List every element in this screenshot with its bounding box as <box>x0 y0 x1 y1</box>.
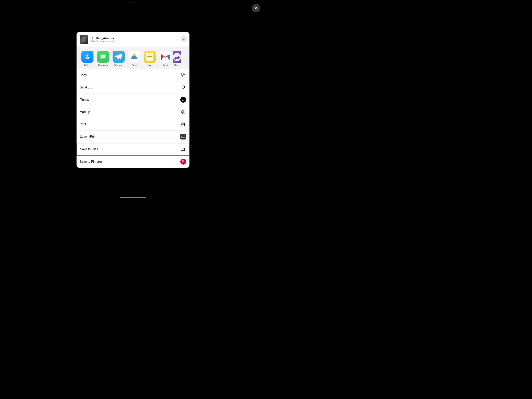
svg-point-24 <box>184 136 184 137</box>
svg-rect-15 <box>183 75 185 77</box>
drive-icon <box>128 51 140 63</box>
app-icon-drive[interactable]: Drive <box>126 51 142 66</box>
app-icons-row: AirDrop Messages <box>76 47 190 69</box>
app-icon-airdrop[interactable]: AirDrop <box>80 51 95 66</box>
action-send-to[interactable]: Send to... <box>76 81 190 94</box>
action-copy[interactable]: Copy <box>76 69 190 81</box>
global-close-button[interactable] <box>252 4 260 13</box>
svg-point-7 <box>102 56 102 57</box>
airdrop-label: AirDrop <box>84 64 91 66</box>
notes-icon <box>144 51 156 63</box>
messages-icon <box>97 51 109 63</box>
app-icon-notes[interactable]: Notes <box>142 51 158 66</box>
file-name: Untitled_Artwork <box>90 36 114 40</box>
action-save-to-files[interactable]: Save to Files <box>76 143 190 156</box>
file-type: PDF Document <box>90 40 107 43</box>
svg-rect-19 <box>182 125 184 126</box>
home-indicator <box>120 197 146 198</box>
app-icon-messages[interactable]: Messages <box>95 51 111 66</box>
svg-text:EPSON: EPSON <box>182 137 184 138</box>
drive-label: Drive <box>132 64 137 66</box>
svg-point-18 <box>182 110 185 114</box>
notes-label: Notes <box>147 64 153 66</box>
top-dots <box>131 2 136 3</box>
svg-rect-22 <box>182 135 184 136</box>
itunes-icon <box>180 97 186 103</box>
gmail-label: Gmail <box>163 64 168 66</box>
svg-point-9 <box>104 56 105 57</box>
svg-point-8 <box>103 56 103 57</box>
markup-label: Markup <box>80 110 90 114</box>
telegram-label: Telegram <box>114 64 123 66</box>
pinterest-icon: P <box>180 159 186 165</box>
svg-point-20 <box>184 124 185 125</box>
file-meta: PDF Document · 8 MB <box>90 40 114 43</box>
app-icon-messenger[interactable]: Mes... <box>173 51 181 66</box>
send-to-icon <box>180 84 186 90</box>
messages-label: Messages <box>98 64 108 66</box>
print-icon <box>180 121 186 127</box>
action-print[interactable]: Print <box>76 118 190 130</box>
action-list: Copy Send to... iTunes <box>76 69 190 168</box>
itunes-label: iTunes <box>80 98 89 102</box>
svg-point-16 <box>183 86 184 87</box>
app-icon-telegram[interactable]: Telegram <box>111 51 126 66</box>
copy-label: Copy <box>80 73 87 77</box>
epson-icon: EPSON <box>180 134 186 140</box>
action-itunes[interactable]: iTunes <box>76 94 190 106</box>
file-info: Untitled_Artwork PDF Document · 8 MB <box>90 36 114 43</box>
copy-icon <box>180 72 186 78</box>
airdrop-icon <box>81 51 94 63</box>
markup-icon <box>180 109 186 115</box>
messenger-label: Mes... <box>174 64 180 66</box>
files-icon <box>180 146 186 152</box>
epson-iprint-label: Epson iPrint <box>80 135 96 138</box>
save-to-pinterest-label: Save to Pinterest <box>80 160 103 163</box>
gmail-icon <box>159 51 171 63</box>
print-label: Print <box>80 122 86 126</box>
share-header: Untitled_Artwork PDF Document · 8 MB <box>76 32 190 47</box>
telegram-icon <box>113 51 125 63</box>
action-save-to-pinterest[interactable]: Save to Pinterest P <box>76 156 190 168</box>
send-to-label: Send to... <box>80 86 93 89</box>
app-icon-gmail[interactable]: Gmail <box>158 51 173 66</box>
action-markup[interactable]: Markup <box>76 106 190 118</box>
svg-point-17 <box>181 98 185 102</box>
share-sheet: Untitled_Artwork PDF Document · 8 MB <box>76 32 190 168</box>
file-size: 8 MB <box>108 40 114 43</box>
sheet-close-button[interactable] <box>181 36 187 42</box>
save-to-files-label: Save to Files <box>80 148 98 151</box>
action-epson-iprint[interactable]: Epson iPrint EPSON <box>76 130 190 143</box>
messenger-icon <box>173 51 181 63</box>
file-thumbnail <box>80 35 88 44</box>
